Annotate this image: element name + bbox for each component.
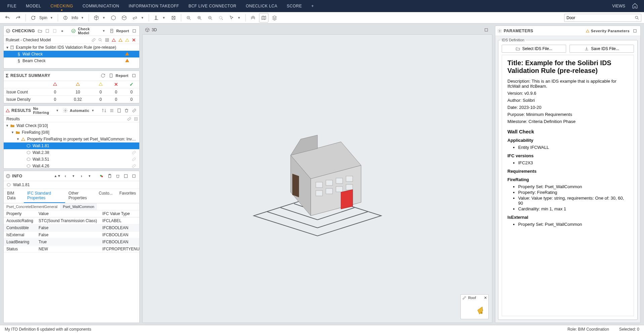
filter-dropdown[interactable]: ▼	[56, 109, 59, 112]
gear-icon[interactable]	[62, 107, 68, 114]
menu-checking[interactable]: CHECKING	[46, 0, 78, 12]
cube-dropdown[interactable]: ▼	[102, 16, 105, 19]
spin-dropdown[interactable]: ▼	[50, 16, 53, 19]
measure-icon[interactable]	[130, 13, 140, 23]
link-icon[interactable]	[90, 37, 97, 43]
result-item-0[interactable]: Wall.1.81	[4, 142, 139, 149]
map-icon[interactable]	[259, 13, 268, 23]
list-icon[interactable]	[109, 107, 115, 114]
dot-icon[interactable]: ●	[59, 28, 65, 34]
severity-button[interactable]: Severity Parameters	[591, 29, 630, 33]
tab-other[interactable]: Other Properties	[65, 189, 95, 203]
section-icon[interactable]	[152, 13, 161, 23]
zoom-in-icon[interactable]	[195, 13, 204, 23]
menu-ito[interactable]: INFORMATION TAKEOFF	[124, 0, 184, 12]
cube-icon[interactable]	[92, 13, 101, 23]
info-dropdown[interactable]: ▼	[81, 16, 84, 19]
save-ids-button[interactable]: Save IDS File...	[569, 45, 634, 53]
refresh2-icon[interactable]	[100, 72, 106, 79]
pset-tab-concrete[interactable]: Pset_ConcreteElementGeneral	[4, 203, 60, 210]
maximize-3d-icon[interactable]	[483, 27, 490, 33]
result-item-3[interactable]: Wall.4.26	[4, 163, 139, 168]
col-value[interactable]: Value	[36, 210, 100, 217]
refresh-icon[interactable]	[29, 13, 38, 23]
cursor-dropdown[interactable]: ▼	[238, 16, 241, 19]
result-firerating[interactable]: ▼ FireRating [0/8]	[4, 129, 139, 136]
cube3-icon[interactable]	[119, 13, 129, 23]
maximize2-icon[interactable]	[131, 72, 137, 79]
trash-icon[interactable]	[123, 107, 130, 114]
folder-open-icon[interactable]	[37, 28, 43, 34]
result-issue[interactable]: ▼ Property FireRating in property set Ps…	[4, 136, 139, 142]
ruleset-root[interactable]: ▼ Example for the Solibri IDS Validation…	[4, 44, 139, 51]
note-icon[interactable]	[116, 107, 122, 114]
results-link-icon[interactable]	[126, 117, 133, 121]
clipboard-icon[interactable]	[106, 173, 113, 179]
home-icon[interactable]	[629, 3, 641, 10]
report-icon[interactable]	[109, 28, 115, 34]
redo-button[interactable]	[13, 13, 23, 23]
window-icon[interactable]	[139, 107, 140, 114]
info-icon[interactable]	[61, 13, 70, 23]
col-ifctype[interactable]: IFC Value Type	[100, 210, 139, 217]
color-icon[interactable]	[98, 173, 105, 179]
trash2-icon[interactable]	[114, 173, 121, 179]
minimap-close-icon[interactable]: ✕	[484, 296, 487, 300]
col-property[interactable]: Property	[4, 210, 36, 217]
maximize4-icon[interactable]	[131, 173, 137, 179]
sort-icon[interactable]	[101, 107, 107, 114]
menu-file[interactable]: FILE	[3, 0, 21, 12]
results-target-icon[interactable]	[133, 117, 139, 121]
zoom-out-icon[interactable]	[205, 13, 215, 23]
tab-custom[interactable]: Custo...	[95, 189, 116, 203]
menu-add-tab[interactable]: +	[307, 0, 319, 12]
box-icon[interactable]	[169, 13, 178, 23]
link2-icon[interactable]	[131, 107, 137, 114]
next-icon[interactable]: ›	[78, 173, 85, 179]
section-dropdown[interactable]: ▼	[162, 16, 165, 19]
auto-dropdown[interactable]: ▼	[91, 109, 94, 112]
menu-score[interactable]: SCORE	[282, 0, 307, 12]
select-ids-button[interactable]: Select IDS File...	[502, 45, 566, 53]
updown-icon[interactable]: ▲▼	[54, 173, 61, 179]
ruleset-icon[interactable]	[44, 28, 50, 34]
result-item-1[interactable]: Wall.2.38	[4, 149, 139, 156]
check-gear-icon[interactable]	[70, 28, 77, 34]
tab-bim-data[interactable]: BIM Data	[4, 189, 24, 203]
rule-beam-check[interactable]: § Beam Check	[4, 57, 139, 64]
menu-bcf[interactable]: BCF LIVE CONNECTOR	[184, 0, 241, 12]
rule-wall-check[interactable]: § Wall Check	[4, 51, 139, 57]
report2-button[interactable]: Report	[116, 74, 129, 78]
auto-label[interactable]: Automatic	[70, 109, 89, 113]
search-small-icon[interactable]	[97, 37, 104, 43]
window2-icon[interactable]	[122, 173, 129, 179]
maximize-icon[interactable]	[131, 28, 137, 34]
prev-dropdown[interactable]: ▼	[70, 173, 77, 179]
search-input[interactable]	[564, 14, 641, 22]
search-icon[interactable]	[635, 15, 639, 20]
next-dropdown[interactable]: ▼	[86, 173, 93, 179]
layers-icon[interactable]	[270, 13, 279, 23]
grid-icon[interactable]	[248, 13, 258, 23]
report-button[interactable]: Report	[116, 29, 129, 33]
ids-document[interactable]: Title: Example for the Solibri IDS Valid…	[502, 55, 634, 316]
tab-ifc-std[interactable]: IFC Standard Properties	[24, 189, 65, 203]
3d-viewport[interactable]: Roof ✕	[142, 34, 492, 323]
result-wall-check[interactable]: ▼ Wall Check [0/10]	[4, 122, 139, 129]
result-item-2[interactable]: Wall.3.51	[4, 156, 139, 163]
menu-oneclick[interactable]: ONECLICK LCA	[241, 0, 282, 12]
views-button[interactable]: VIEWS	[609, 4, 629, 8]
tab-favorites[interactable]: Favorites	[116, 189, 139, 203]
menu-communication[interactable]: COMMUNICATION	[78, 0, 124, 12]
cursor-icon[interactable]	[227, 13, 236, 23]
prev-icon[interactable]: ‹	[62, 173, 69, 179]
measure-dropdown[interactable]: ▼	[141, 16, 144, 19]
check-model-button[interactable]: Check Model	[78, 27, 100, 35]
minimap-edit-icon[interactable]	[462, 295, 467, 300]
maximize5-icon[interactable]	[632, 28, 638, 34]
zoom-target-icon[interactable]	[184, 13, 193, 23]
undo-button[interactable]	[3, 13, 12, 23]
table-icon[interactable]	[104, 37, 110, 43]
filter-label[interactable]: No Filtering	[33, 107, 54, 115]
pset-tab-wallcommon[interactable]: Pset_WallCommon	[60, 203, 97, 210]
